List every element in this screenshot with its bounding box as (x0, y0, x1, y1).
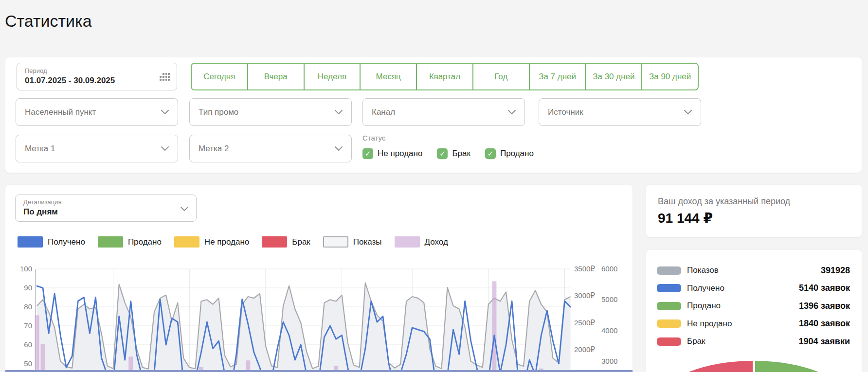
legend-item-1[interactable]: Получено (18, 236, 85, 248)
status-filter: Статус ✓Не продано✓Брак✓Продано (362, 134, 534, 159)
left-axis-tick: 100 (20, 265, 32, 273)
select-placeholder: Тип промо (199, 107, 335, 117)
totals-value: 391928 (821, 266, 850, 276)
income-bar[interactable] (35, 315, 39, 372)
rub-axis-tick: 2500₽ (574, 319, 595, 327)
status-checkbox-3[interactable]: ✓Продано (485, 148, 534, 159)
legend-item-5[interactable]: Показы (323, 236, 382, 248)
period-label: Период (25, 67, 47, 74)
page-title: Статистика (5, 12, 92, 31)
legend-swatch (323, 236, 348, 248)
impressions-axis-tick: 5000 (601, 295, 617, 303)
legend-label: Продано (128, 237, 162, 247)
select-source[interactable]: Источник (539, 98, 701, 126)
quick-range-button-9[interactable]: За 90 дней (642, 64, 698, 89)
totals-swatch (657, 284, 681, 292)
legend-swatch (18, 236, 43, 248)
legend-swatch (174, 236, 199, 248)
legend-label: Доход (425, 237, 448, 247)
totals-swatch (657, 337, 681, 346)
checkbox-label: Продано (500, 149, 534, 159)
select-placeholder: Канал (372, 107, 508, 117)
income-value: 91 144 ₽ (658, 210, 713, 226)
chart-legend: ПолученоПроданоНе проданоБракПоказыДоход (18, 236, 448, 248)
chevron-down-icon (161, 146, 169, 151)
quick-range-button-6[interactable]: Год (473, 64, 530, 89)
impressions-axis-tick: 3000 (601, 357, 617, 365)
totals-label: Показов (687, 266, 719, 275)
quick-range-button-group: СегодняВчераНеделяМесяцКварталГодЗа 7 дн… (191, 63, 699, 90)
legend-label: Получено (48, 237, 85, 247)
totals-swatch (657, 319, 681, 328)
status-label: Статус (362, 134, 534, 142)
legend-swatch (262, 236, 287, 248)
quick-range-button-2[interactable]: Вчера (248, 64, 305, 89)
totals-row-3: Продано1396 заявок (646, 297, 862, 315)
totals-row-1: Показов391928 (646, 262, 862, 280)
select-placeholder: Источник (548, 107, 684, 117)
select-tag-1[interactable]: Метка 1 (16, 135, 178, 162)
legend-swatch (395, 236, 420, 248)
select-settlement[interactable]: Населенный пункт (16, 98, 178, 126)
totals-swatch (657, 266, 681, 275)
select-placeholder: Метка 2 (199, 144, 335, 154)
legend-item-3[interactable]: Не продано (174, 236, 249, 248)
checkbox-label: Брак (452, 149, 470, 159)
totals-value: 1840 заявок (799, 319, 850, 329)
legend-item-2[interactable]: Продано (98, 236, 162, 248)
status-checkbox-1[interactable]: ✓Не продано (362, 148, 422, 159)
period-date-range-input[interactable]: Период 01.07.2025 - 30.09.2025 (17, 63, 177, 90)
totals-value: 1396 заявок (799, 301, 850, 311)
calendar-icon[interactable] (160, 73, 170, 81)
impressions-axis-tick: 6000 (601, 265, 617, 273)
chevron-down-icon (335, 146, 343, 151)
chevron-down-icon (335, 110, 343, 114)
select-tag-2[interactable]: Метка 2 (189, 135, 352, 162)
impressions-axis-tick: 4000 (601, 326, 617, 335)
select-promo-type[interactable]: Тип промо (189, 98, 352, 126)
totals-value: 5140 заявок (799, 283, 850, 293)
checkbox-checked-icon[interactable]: ✓ (362, 148, 373, 159)
period-value: 01.07.2025 - 30.09.2025 (25, 76, 115, 86)
left-axis-tick: 80 (24, 302, 32, 311)
detail-value: По дням (23, 207, 58, 217)
chart-panel: Детализация По дням ПолученоПроданоНе пр… (5, 185, 633, 372)
totals-label: Не продано (687, 319, 732, 329)
quick-range-button-1[interactable]: Сегодня (192, 64, 248, 89)
status-checkbox-2[interactable]: ✓Брак (437, 148, 470, 159)
legend-item-6[interactable]: Доход (395, 236, 448, 248)
totals-row-5: Брак1904 заявки (646, 333, 862, 351)
chart-range-selector-edge[interactable] (5, 370, 633, 372)
select-channel[interactable]: Канал (362, 98, 525, 126)
statistics-chart[interactable]: 10090807060503500₽3000₽2500₽2000₽6000500… (5, 260, 633, 372)
quick-range-button-4[interactable]: Месяц (361, 64, 417, 89)
filters-panel: Период 01.07.2025 - 30.09.2025 СегодняВч… (5, 57, 862, 173)
chevron-down-icon (181, 207, 188, 211)
checkbox-checked-icon[interactable]: ✓ (485, 148, 496, 159)
quick-range-button-7[interactable]: За 7 дней (530, 64, 586, 89)
select-placeholder: Населенный пункт (25, 107, 161, 117)
detail-level-select[interactable]: Детализация По дням (15, 195, 197, 222)
rub-axis-tick: 3000₽ (574, 291, 595, 300)
legend-swatch (98, 236, 123, 248)
legend-item-4[interactable]: Брак (262, 236, 310, 248)
detail-label: Детализация (23, 198, 61, 206)
totals-value: 1904 заявки (799, 337, 850, 347)
checkbox-checked-icon[interactable]: ✓ (437, 148, 448, 159)
left-axis-tick: 70 (24, 321, 32, 330)
totals-label: Продано (687, 301, 721, 311)
quick-range-button-8[interactable]: За 30 дней (586, 64, 642, 89)
chevron-down-icon (684, 110, 692, 114)
left-axis-tick: 90 (24, 283, 32, 292)
income-bar[interactable] (41, 344, 45, 372)
checkbox-label: Не продано (378, 149, 422, 159)
totals-rows: Показов391928Получено5140 заявокПродано1… (646, 262, 862, 351)
income-bar[interactable] (492, 281, 496, 372)
left-axis-tick: 50 (24, 359, 32, 368)
quick-range-button-5[interactable]: Квартал (417, 64, 473, 89)
quick-range-button-3[interactable]: Неделя (305, 64, 361, 89)
select-placeholder: Метка 1 (25, 144, 161, 154)
totals-row-4: Не продано1840 заявок (646, 315, 862, 333)
rub-axis-tick: 2000₽ (574, 345, 595, 354)
totals-summary-card: Показов391928Получено5140 заявокПродано1… (646, 250, 862, 372)
